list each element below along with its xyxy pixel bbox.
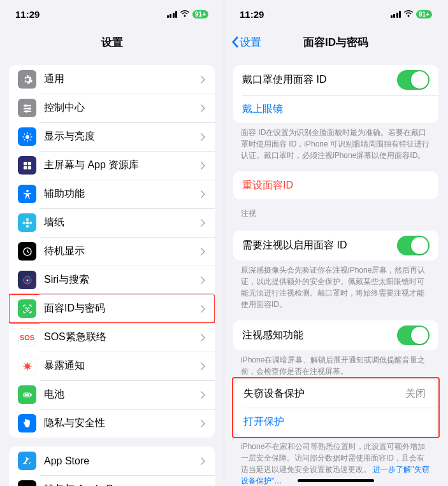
- row-stolen-device[interactable]: 失窃设备保护 关闭: [235, 380, 437, 408]
- svg-rect-41: [24, 394, 29, 396]
- settings-screen-left: 11:29 91+ 设置 通用 控制中心 显示与亮度: [0, 0, 224, 486]
- sos-icon: SOS: [18, 328, 36, 347]
- row-label: 待机显示: [44, 245, 201, 258]
- row-glasses[interactable]: 戴上眼镜: [233, 95, 438, 123]
- row-label: 打开保护: [243, 415, 428, 429]
- chevron-right-icon: [201, 362, 206, 370]
- row-label: Siri与搜索: [44, 273, 201, 287]
- row-reset-faceid[interactable]: 重设面容ID: [233, 171, 438, 199]
- home-indicator[interactable]: [298, 479, 374, 482]
- chevron-right-icon: [201, 391, 206, 399]
- reset-group: 重设面容ID: [233, 171, 438, 199]
- row-label: 辅助功能: [44, 187, 201, 201]
- status-bar: 11:29 91+: [224, 0, 447, 28]
- svg-point-28: [26, 279, 28, 281]
- svg-rect-15: [24, 162, 27, 165]
- row-home-screen[interactable]: 主屏幕与 App 资源库: [9, 151, 215, 180]
- row-label: 墙纸: [44, 216, 201, 229]
- svg-line-11: [24, 133, 25, 134]
- svg-point-5: [25, 110, 27, 113]
- status-time: 11:29: [240, 9, 264, 20]
- svg-point-29: [25, 307, 26, 308]
- chevron-right-icon: [201, 219, 206, 227]
- row-label: 控制中心: [44, 101, 201, 115]
- row-label: SOS紧急联络: [44, 331, 201, 344]
- toggle-aware[interactable]: [397, 325, 430, 345]
- chevron-right-icon: [201, 248, 206, 255]
- row-faceid[interactable]: 面容ID与密码: [9, 294, 215, 323]
- flower-icon: [18, 213, 36, 232]
- row-label: App Store: [44, 455, 201, 467]
- hand-icon: [18, 414, 36, 432]
- attention-header: 注视: [224, 199, 447, 222]
- row-privacy[interactable]: 隐私与安全性: [9, 409, 215, 438]
- row-label: 通用: [44, 73, 201, 86]
- row-label: 电池: [44, 388, 201, 401]
- page-title: 设置: [101, 35, 123, 50]
- siri-icon: [18, 271, 36, 289]
- attention-footer: 原深感摄像头会先验证你在注视iPhone屏幕，然后再认证，以此提供额外的安全保护…: [224, 261, 447, 311]
- row-standby[interactable]: 待机显示: [9, 237, 215, 266]
- row-wallet[interactable]: 钱包与 Apple Pay: [9, 475, 215, 486]
- row-display[interactable]: 显示与亮度: [9, 122, 215, 151]
- status-indicators: 91+: [167, 9, 208, 20]
- svg-line-37: [29, 368, 30, 369]
- mask-footer: 面容 ID在设置为识别全脸面貌时最为准确。若要在戴口罩时使用面容 ID，iPho…: [224, 123, 447, 162]
- svg-line-14: [29, 133, 31, 134]
- clock-icon: [18, 242, 36, 261]
- row-value: 关闭: [405, 387, 426, 401]
- row-label: 隐私与安全性: [44, 417, 201, 430]
- row-accessibility[interactable]: 辅助功能: [9, 180, 215, 208]
- row-battery[interactable]: 电池: [9, 380, 215, 409]
- faceid-settings-screen: 11:29 91+ 设置 面容ID与密码 戴口罩使用面容 ID 戴上眼镜 面容 …: [224, 0, 447, 486]
- row-label: 面容ID与密码: [44, 302, 201, 315]
- row-turn-on-protection[interactable]: 打开保护: [235, 408, 437, 436]
- svg-point-23: [22, 221, 25, 224]
- row-general[interactable]: 通用: [9, 65, 215, 94]
- chevron-right-icon: [201, 420, 206, 427]
- back-label: 设置: [240, 35, 261, 50]
- row-label: 失窃设备保护: [243, 387, 405, 401]
- row-mask-faceid[interactable]: 戴口罩使用面容 ID: [233, 65, 438, 95]
- svg-point-21: [25, 218, 29, 221]
- row-sos[interactable]: SOS SOS紧急联络: [9, 323, 215, 352]
- faceid-icon: [18, 299, 36, 318]
- svg-point-3: [24, 104, 27, 107]
- battery-indicator: 91+: [192, 10, 208, 18]
- chevron-right-icon: [201, 276, 206, 284]
- sliders-icon: [18, 99, 36, 117]
- row-appstore[interactable]: App Store: [9, 447, 215, 475]
- row-attention-required[interactable]: 需要注视以启用面容 ID: [233, 231, 438, 261]
- cellular-icon: [391, 11, 401, 18]
- faceid-content[interactable]: 戴口罩使用面容 ID 戴上眼镜 面容 ID在设置为识别全脸面貌时最为准确。若要在…: [224, 56, 447, 486]
- row-control-center[interactable]: 控制中心: [9, 94, 215, 122]
- toggle-mask[interactable]: [397, 70, 430, 90]
- row-label: 需要注视以启用面容 ID: [242, 239, 397, 252]
- row-attention-aware[interactable]: 注视感知功能: [233, 320, 438, 350]
- stolen-device-highlight: 失窃设备保护 关闭 打开保护: [232, 377, 440, 438]
- row-siri[interactable]: Siri与搜索: [9, 266, 215, 294]
- toggle-attention[interactable]: [397, 236, 430, 255]
- svg-line-39: [29, 363, 30, 364]
- wallet-icon: [18, 480, 36, 486]
- svg-point-4: [28, 107, 31, 110]
- svg-point-19: [26, 189, 29, 192]
- row-wallpaper[interactable]: 墙纸: [9, 208, 215, 237]
- settings-list[interactable]: 通用 控制中心 显示与亮度 主屏幕与 App 资源库 辅助功能: [0, 56, 224, 486]
- chevron-right-icon: [201, 104, 206, 112]
- row-label: 暴露通知: [44, 359, 201, 373]
- svg-point-22: [25, 225, 29, 228]
- chevron-right-icon: [201, 133, 206, 141]
- appstore-icon: [18, 452, 36, 470]
- battery-indicator: 91+: [416, 10, 432, 18]
- chevron-right-icon: [201, 76, 206, 83]
- chevron-right-icon: [201, 305, 206, 313]
- row-exposure[interactable]: 暴露通知: [9, 352, 215, 380]
- row-label: 钱包与 Apple Pay: [44, 483, 201, 486]
- svg-line-12: [29, 139, 31, 140]
- back-button[interactable]: 设置: [231, 35, 261, 50]
- stolen-device-group: 失窃设备保护 关闭 打开保护: [235, 380, 437, 436]
- attention-required-group: 需要注视以启用面容 ID: [233, 231, 438, 261]
- status-indicators: 91+: [391, 9, 432, 20]
- apps-grid-icon: [18, 156, 36, 175]
